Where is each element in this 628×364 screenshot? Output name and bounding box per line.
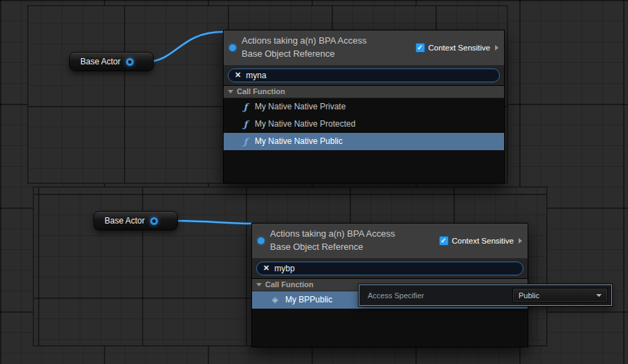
node-title: Base Actor bbox=[105, 216, 145, 226]
category-label: Call Function bbox=[237, 87, 285, 95]
blueprint-graph-canvas[interactable]: Base Actor Base Actor Actions taking a(n… bbox=[0, 0, 628, 364]
access-specifier-dropdown[interactable]: Public bbox=[512, 288, 608, 302]
category-call-function[interactable]: Call Function bbox=[224, 86, 504, 98]
context-action-menu-1: Actions taking a(n) BPA Access Base Obje… bbox=[223, 30, 505, 183]
check-icon: ✓ bbox=[417, 44, 422, 51]
menu-title: Actions taking a(n) BPA Access Base Obje… bbox=[242, 35, 410, 61]
context-sensitive-label[interactable]: Context Sensitive bbox=[429, 44, 491, 52]
menu-title-line1: Actions taking a(n) BPA Access bbox=[242, 35, 410, 48]
collapse-triangle-icon bbox=[228, 90, 233, 93]
object-reference-icon bbox=[229, 44, 236, 51]
function-list: ƒ My Native Native Private ƒ My Native N… bbox=[224, 98, 504, 183]
clear-search-icon[interactable]: ✕ bbox=[235, 71, 241, 79]
function-icon: ƒ bbox=[242, 119, 249, 129]
menu-item-public-selected[interactable]: ƒ My Native Native Public bbox=[224, 133, 504, 150]
menu-item-label: My Native Native Private bbox=[255, 102, 346, 111]
menu-header: Actions taking a(n) BPA Access Base Obje… bbox=[224, 30, 504, 66]
blueprint-function-icon: ◈ bbox=[271, 295, 279, 304]
function-icon: ƒ bbox=[242, 136, 249, 147]
category-label: Call Function bbox=[265, 280, 314, 289]
menu-title-line1: Actions taking a(n) BPA Access bbox=[270, 228, 433, 241]
clear-search-icon[interactable]: ✕ bbox=[263, 264, 269, 272]
access-specifier-label: Access Specifier bbox=[359, 291, 512, 300]
object-reference-icon bbox=[258, 237, 264, 244]
collapse-triangle-icon bbox=[256, 283, 262, 286]
menu-item-label: My BPPublic bbox=[285, 295, 332, 304]
menu-title-line2: Base Object Reference bbox=[242, 48, 410, 61]
function-icon: ƒ bbox=[242, 102, 249, 112]
context-sensitive-checkbox[interactable]: ✓ bbox=[415, 43, 425, 53]
menu-title: Actions taking a(n) BPA Access Base Obje… bbox=[270, 228, 433, 254]
context-sensitive-label[interactable]: Context Sensitive bbox=[452, 237, 514, 245]
context-sensitive-group: ✓ Context Sensitive bbox=[415, 43, 499, 53]
menu-title-line2: Base Object Reference bbox=[270, 241, 433, 254]
search-input[interactable] bbox=[274, 263, 517, 274]
search-row: ✕ bbox=[224, 66, 504, 86]
search-row: ✕ bbox=[252, 259, 528, 279]
search-box[interactable]: ✕ bbox=[228, 69, 500, 82]
search-input[interactable] bbox=[246, 70, 493, 81]
chevron-down-icon bbox=[596, 294, 602, 297]
object-output-pin[interactable] bbox=[126, 58, 134, 66]
chevron-right-icon[interactable] bbox=[495, 45, 499, 51]
node-base-actor-1[interactable]: Base Actor bbox=[69, 52, 154, 71]
check-icon: ✓ bbox=[440, 237, 446, 244]
object-output-pin[interactable] bbox=[150, 217, 158, 225]
menu-header: Actions taking a(n) BPA Access Base Obje… bbox=[252, 224, 528, 259]
context-sensitive-group: ✓ Context Sensitive bbox=[439, 236, 523, 246]
menu-item-label: My Native Native Protected bbox=[255, 119, 355, 129]
access-specifier-panel: Access Specifier Public bbox=[359, 284, 612, 306]
chevron-right-icon[interactable] bbox=[519, 238, 522, 244]
menu-item-private[interactable]: ƒ My Native Native Private bbox=[224, 98, 504, 116]
node-base-actor-2[interactable]: Base Actor bbox=[93, 211, 178, 230]
dropdown-value: Public bbox=[519, 291, 539, 300]
menu-item-protected[interactable]: ƒ My Native Native Protected bbox=[224, 116, 504, 133]
context-sensitive-checkbox[interactable]: ✓ bbox=[439, 236, 449, 246]
menu-item-label: My Native Native Public bbox=[255, 136, 343, 146]
search-box[interactable]: ✕ bbox=[256, 262, 523, 275]
node-title: Base Actor bbox=[80, 57, 120, 66]
